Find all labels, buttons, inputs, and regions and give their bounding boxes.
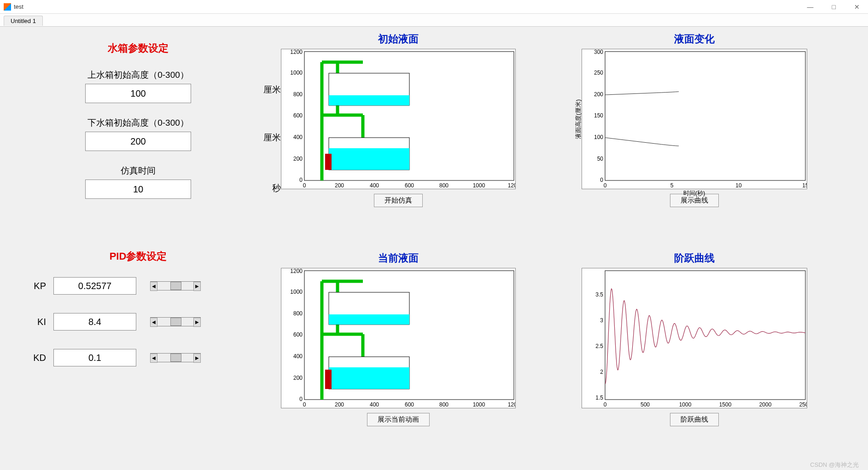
svg-text:600: 600: [293, 112, 303, 119]
ki-thumb[interactable]: [170, 318, 181, 326]
svg-text:2.5: 2.5: [595, 343, 603, 349]
plot-step-response: 阶跃曲线 1.522.5 33.5 05001000 150020002500 …: [530, 251, 859, 466]
svg-text:1000: 1000: [473, 401, 485, 408]
svg-text:1200: 1200: [508, 401, 516, 408]
sim-time-unit: 秒: [272, 182, 281, 194]
svg-text:3.5: 3.5: [595, 291, 603, 298]
sim-time-label: 仿真时间: [121, 165, 156, 177]
svg-text:10: 10: [735, 182, 742, 189]
svg-text:600: 600: [405, 401, 414, 408]
svg-rect-21: [329, 95, 409, 105]
pid-section: PID参数设定 KP KI KD: [23, 250, 253, 385]
svg-text:1000: 1000: [290, 289, 303, 295]
window-titlebar: test — □ ✕: [0, 0, 868, 14]
xlabel-change: 时间(秒): [683, 189, 705, 197]
svg-text:400: 400: [370, 182, 379, 189]
svg-text:200: 200: [335, 182, 344, 189]
svg-text:1200: 1200: [290, 49, 303, 55]
svg-text:800: 800: [439, 401, 449, 408]
param-panel-title: 水箱参数设定: [23, 41, 253, 55]
kd-thumb[interactable]: [170, 354, 181, 362]
svg-rect-23: [329, 148, 409, 170]
pid-panel-title: PID参数设定: [23, 250, 253, 263]
show-anim-button[interactable]: 展示当前动画: [367, 413, 430, 426]
kp-row: KP: [23, 277, 253, 295]
svg-text:200: 200: [335, 401, 344, 408]
svg-text:100: 100: [594, 134, 603, 140]
window-title: test: [14, 3, 23, 10]
svg-text:0: 0: [299, 177, 303, 183]
svg-text:0: 0: [303, 401, 306, 408]
axes-level-change: 050100 150200250300 051015: [582, 49, 807, 189]
svg-text:150: 150: [594, 112, 603, 119]
watermark: CSDN @海神之光: [810, 461, 859, 469]
axes-current-level: 0200400 60080010001200 0200400 600800100…: [281, 268, 516, 408]
ki-input[interactable]: [53, 313, 136, 331]
ylabel-change: 液面高度(厘米): [574, 99, 583, 139]
kd-input[interactable]: [53, 349, 136, 366]
svg-text:400: 400: [370, 401, 379, 408]
svg-text:400: 400: [293, 134, 303, 140]
plot-current-level: 当前液面 0200400 60080010001200 0200400 6008…: [276, 251, 520, 466]
kp-label: KP: [23, 281, 46, 291]
svg-rect-24: [325, 154, 332, 170]
plot-title-current: 当前液面: [378, 251, 419, 265]
svg-text:1200: 1200: [290, 268, 303, 274]
sim-time-input[interactable]: [85, 180, 191, 199]
svg-text:600: 600: [293, 331, 303, 338]
svg-rect-60: [329, 367, 409, 389]
svg-text:1200: 1200: [508, 182, 516, 189]
svg-text:300: 300: [594, 49, 603, 55]
lower-height-unit: 厘米: [263, 132, 281, 144]
upper-height-label: 上水箱初始高度（0-300）: [87, 69, 189, 81]
lower-height-input[interactable]: [85, 132, 191, 151]
svg-text:1500: 1500: [719, 401, 731, 408]
svg-text:800: 800: [293, 310, 303, 317]
svg-text:50: 50: [597, 156, 603, 162]
svg-text:3: 3: [600, 317, 603, 324]
axes-step-response: 1.522.5 33.5 05001000 150020002500: [582, 268, 807, 408]
ki-row: KI: [23, 313, 253, 331]
ki-label: KI: [23, 317, 46, 327]
kd-label: KD: [23, 353, 46, 363]
plot-initial-level: 初始液面 0200400 60080010001200 0200400 6008…: [276, 32, 520, 247]
upper-height-input[interactable]: [85, 84, 191, 103]
plot-title-initial: 初始液面: [378, 32, 419, 46]
svg-text:0: 0: [603, 401, 606, 408]
plot-title-change: 液面变化: [674, 32, 715, 46]
svg-text:0: 0: [600, 177, 603, 183]
svg-text:800: 800: [439, 182, 449, 189]
window-controls: — □ ✕: [803, 3, 864, 11]
tab-untitled[interactable]: Untitled 1: [4, 16, 43, 26]
svg-rect-25: [605, 52, 805, 180]
ki-slider[interactable]: [150, 317, 201, 326]
maximize-button[interactable]: □: [827, 3, 840, 11]
upper-height-group: 上水箱初始高度（0-300） 厘米: [23, 69, 253, 103]
kp-slider[interactable]: [150, 281, 201, 290]
svg-text:800: 800: [293, 91, 303, 98]
svg-text:500: 500: [640, 401, 649, 408]
svg-text:600: 600: [405, 182, 414, 189]
svg-text:0: 0: [299, 396, 303, 402]
kp-input[interactable]: [53, 277, 136, 295]
step-curve-button[interactable]: 阶跃曲线: [670, 413, 719, 426]
minimize-button[interactable]: —: [803, 3, 818, 11]
axes-initial-level: 0200400 60080010001200 0200400 600800100…: [281, 49, 516, 189]
svg-text:1000: 1000: [290, 70, 303, 76]
svg-text:0: 0: [303, 182, 306, 189]
svg-text:5: 5: [670, 182, 673, 189]
kp-thumb[interactable]: [170, 282, 181, 290]
svg-text:1.5: 1.5: [595, 395, 603, 401]
svg-text:200: 200: [293, 156, 303, 162]
kd-slider[interactable]: [150, 353, 201, 362]
svg-text:2500: 2500: [799, 401, 807, 408]
sim-time-group: 仿真时间 秒: [23, 165, 253, 199]
start-sim-button[interactable]: 开始仿真: [374, 194, 423, 207]
svg-rect-58: [329, 314, 409, 325]
svg-text:200: 200: [293, 375, 303, 381]
plot-title-step: 阶跃曲线: [674, 251, 715, 265]
svg-text:2000: 2000: [759, 401, 771, 408]
workspace: 初始液面 0200400 60080010001200 0200400 6008…: [0, 28, 868, 470]
parameter-panel: 水箱参数设定 上水箱初始高度（0-300） 厘米 下水箱初始高度（0-300） …: [9, 32, 267, 465]
close-button[interactable]: ✕: [850, 3, 864, 11]
